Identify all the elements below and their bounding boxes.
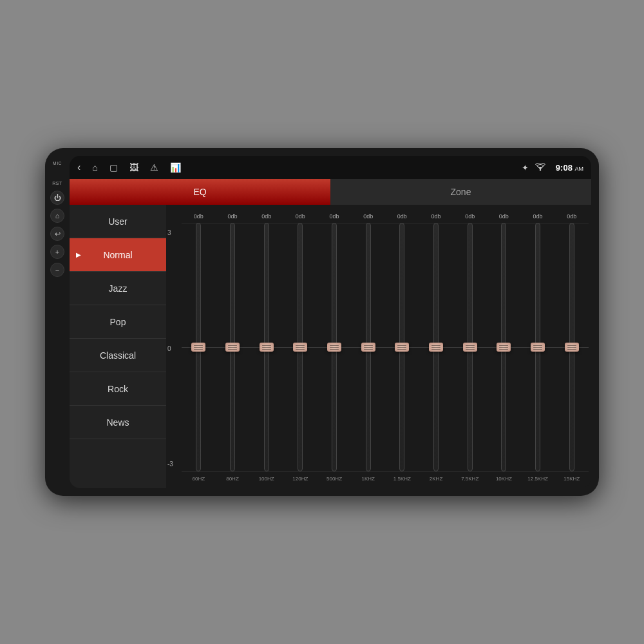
- status-icons: ✦ 9:08 AM: [522, 163, 583, 173]
- slider-handle-3[interactable]: [293, 343, 307, 352]
- chart-icon: 📊: [170, 162, 181, 173]
- handle-line-2-2: [262, 349, 271, 350]
- handle-line-0-1: [194, 347, 203, 348]
- home-button[interactable]: ⌂: [92, 162, 97, 173]
- slider-handle-4[interactable]: [327, 343, 341, 352]
- image-button[interactable]: 🖼: [129, 162, 138, 173]
- preset-user[interactable]: User: [70, 205, 166, 238]
- handle-line-1-0: [228, 345, 237, 346]
- db-label-5: 0db: [351, 213, 385, 220]
- back-side-button[interactable]: ↩: [50, 227, 64, 241]
- vol-up-button[interactable]: +: [50, 245, 64, 259]
- slider-col-3: [283, 223, 317, 471]
- db-label-0: 0db: [182, 213, 216, 220]
- slider-track-10[interactable]: [535, 223, 540, 471]
- handle-line-3-2: [296, 349, 305, 350]
- db-label-6: 0db: [385, 213, 419, 220]
- home-side-icon: ⌂: [55, 212, 60, 220]
- status-bar: ‹ ⌂ ▢ 🖼 ⚠ 📊 ✦ 9:08: [70, 156, 591, 179]
- freq-label-7: 2KHZ: [419, 476, 453, 482]
- freq-label-10: 12.5KHZ: [521, 476, 555, 482]
- handle-line-8-1: [466, 347, 475, 348]
- tab-eq[interactable]: EQ: [70, 179, 330, 205]
- slider-track-11[interactable]: [569, 223, 574, 471]
- device-shell: MIC RST ⏻ ⌂ ↩ + − ‹ ⌂ ▢ 🖼 ⚠ 📊: [45, 148, 599, 496]
- slider-track-8[interactable]: [468, 223, 473, 471]
- preset-pop[interactable]: Pop: [70, 305, 166, 339]
- handle-line-8-0: [466, 345, 475, 346]
- freq-label-8: 7.5KHZ: [453, 476, 487, 482]
- handle-line-10-2: [533, 349, 542, 350]
- vol-down-button[interactable]: −: [50, 263, 64, 277]
- handle-line-11-0: [567, 345, 576, 346]
- handle-line-5-2: [364, 349, 373, 350]
- freq-label-1: 80HZ: [216, 476, 250, 482]
- tab-zone[interactable]: Zone: [330, 179, 591, 205]
- freq-label-4: 500HZ: [317, 476, 352, 482]
- handle-line-8-2: [466, 349, 475, 350]
- slider-handle-5[interactable]: [361, 343, 375, 352]
- home-side-button[interactable]: ⌂: [50, 209, 64, 223]
- slider-handle-10[interactable]: [531, 343, 545, 352]
- main-content: User Normal Jazz Pop Classical Rock: [70, 205, 591, 488]
- sliders-area: [169, 223, 589, 471]
- preset-jazz[interactable]: Jazz: [70, 272, 166, 305]
- handle-line-5-1: [364, 347, 373, 348]
- handle-line-3-0: [296, 345, 305, 346]
- handle-line-6-2: [397, 349, 406, 350]
- time-ampm: AM: [575, 166, 584, 172]
- slider-track-3[interactable]: [298, 223, 303, 471]
- handle-line-7-2: [431, 349, 440, 350]
- handle-line-2-1: [262, 347, 271, 348]
- back-button[interactable]: ‹: [77, 162, 80, 173]
- freq-labels-row: 60HZ80HZ100HZ120HZ500HZ1KHZ1.5KHZ2KHZ7.5…: [169, 471, 589, 486]
- handle-line-11-2: [567, 349, 576, 350]
- slider-handle-9[interactable]: [497, 343, 511, 352]
- slider-track-5[interactable]: [366, 223, 371, 471]
- slider-col-6: [385, 223, 419, 471]
- slider-col-10: [521, 223, 555, 471]
- time-display: 9:08 AM: [556, 163, 583, 173]
- slider-col-7: [419, 223, 453, 471]
- slider-handle-11[interactable]: [565, 343, 579, 352]
- freq-label-9: 10KHZ: [487, 476, 521, 482]
- db-label-10: 0db: [521, 213, 555, 220]
- slider-track-2[interactable]: [264, 223, 269, 471]
- db-label-1: 0db: [216, 213, 250, 220]
- vol-down-icon: −: [55, 266, 59, 274]
- slider-col-1: [216, 223, 250, 471]
- slider-track-6[interactable]: [399, 223, 404, 471]
- handle-line-10-1: [533, 347, 542, 348]
- db-label-7: 0db: [419, 213, 453, 220]
- db-label-2: 0db: [249, 213, 283, 220]
- slider-track-7[interactable]: [433, 223, 439, 471]
- slider-track-1[interactable]: [230, 223, 235, 471]
- preset-rock[interactable]: Rock: [70, 372, 166, 406]
- slider-track-4[interactable]: [332, 223, 337, 471]
- slider-handle-6[interactable]: [395, 343, 409, 352]
- preset-classical[interactable]: Classical: [70, 339, 166, 372]
- slider-col-5: [351, 223, 385, 471]
- slider-handle-2[interactable]: [260, 343, 274, 352]
- slider-handle-7[interactable]: [429, 343, 443, 352]
- wifi-icon: [535, 163, 545, 173]
- back-side-icon: ↩: [55, 230, 61, 238]
- db-label-4: 0db: [317, 213, 352, 220]
- handle-line-0-2: [194, 349, 203, 350]
- slider-handle-0[interactable]: [191, 343, 205, 352]
- preset-news[interactable]: News: [70, 406, 166, 439]
- window-button[interactable]: ▢: [109, 162, 118, 173]
- power-button[interactable]: ⏻: [50, 191, 64, 205]
- slider-track-0[interactable]: [196, 223, 201, 471]
- slider-handle-8[interactable]: [463, 343, 477, 352]
- slider-col-4: [317, 223, 352, 471]
- preset-normal[interactable]: Normal: [70, 238, 166, 272]
- handle-line-5-0: [364, 345, 373, 346]
- bluetooth-icon: ✦: [522, 163, 529, 173]
- slider-handle-1[interactable]: [225, 343, 240, 352]
- freq-label-2: 100HZ: [249, 476, 283, 482]
- handle-line-4-2: [330, 349, 339, 350]
- slider-col-8: [453, 223, 487, 471]
- slider-track-9[interactable]: [501, 223, 506, 471]
- handle-line-6-1: [397, 347, 406, 348]
